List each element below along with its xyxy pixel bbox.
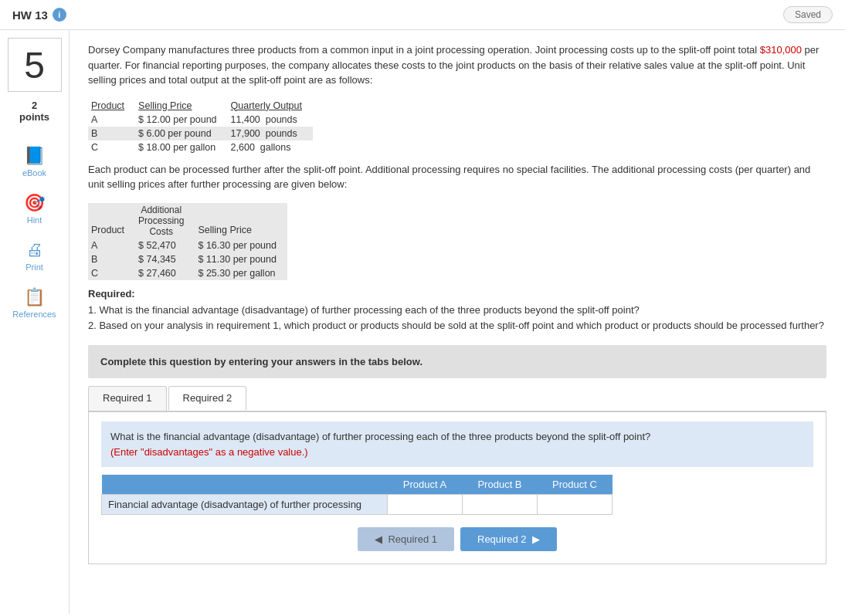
main-layout: 5 2 points 📘 eBook 🎯 Hint 🖨 Print 📋 Refe… [0, 30, 845, 614]
col-product-header: Product [88, 203, 135, 239]
cell: $ 74,345 [135, 252, 195, 266]
info-icon[interactable]: i [53, 8, 66, 22]
print-icon: 🖨 [26, 240, 43, 260]
tab-content: What is the financial advantage (disadva… [88, 412, 826, 564]
hint-icon: 🎯 [24, 193, 45, 213]
prev-button[interactable]: ◀ Required 1 [358, 527, 454, 551]
ebook-icon: 📘 [24, 146, 45, 166]
nav-buttons: ◀ Required 1 Required 2 ▶ [101, 527, 813, 551]
sidebar: 5 2 points 📘 eBook 🎯 Hint 🖨 Print 📋 Refe… [0, 30, 70, 614]
print-label: Print [25, 262, 43, 272]
references-label: References [12, 310, 56, 319]
cell: $ 6.00 per pound [135, 127, 227, 140]
references-icon: 📋 [24, 287, 45, 307]
points-value: 2 [19, 100, 49, 111]
required-text: 1. What is the financial advantage (disa… [88, 303, 826, 335]
answer-table: Product A Product B Product C Financial … [101, 475, 613, 515]
problem-text-1: Dorsey Company manufactures three produc… [88, 42, 826, 88]
required-label: Required: [88, 288, 826, 300]
hw-title: HW 13 i [12, 8, 66, 22]
table-row: A $ 52,470 $ 16.30 per pound [88, 239, 287, 252]
points-text: points [19, 111, 49, 123]
cell: C [88, 266, 135, 280]
tab-required-1[interactable]: Required 1 [88, 386, 167, 411]
cell: $ 52,470 [135, 239, 195, 252]
table-row: C $ 18.00 per gallon 2,600 gallons [88, 140, 313, 154]
hw-title-text: HW 13 [12, 8, 48, 22]
input-cell-c[interactable] [538, 495, 613, 515]
input-product-c[interactable] [544, 499, 606, 510]
cell: A [88, 239, 135, 252]
answer-row: Financial advantage (disadvantage) of fu… [102, 495, 613, 515]
top-bar: HW 13 i Saved [0, 0, 845, 30]
points-label: 2 points [19, 100, 49, 123]
cell: $ 18.00 per gallon [135, 140, 227, 154]
table-1: Product Selling Price Quarterly Output A… [88, 99, 313, 154]
tab-required-2[interactable]: Required 2 [168, 386, 247, 411]
cell: C [88, 140, 135, 154]
col-header-product-c: Product C [538, 475, 613, 495]
cell: $ 16.30 per pound [195, 239, 287, 252]
table-row: A $ 12.00 per pound 11,400 pounds [88, 113, 313, 127]
saved-badge: Saved [783, 6, 833, 23]
col-add-proc-header: AdditionalProcessingCosts [135, 203, 195, 239]
problem-text-2: Each product can be processed further af… [88, 162, 826, 192]
hint-label: Hint [27, 215, 42, 225]
cell: B [88, 252, 135, 266]
content-area: Dorsey Company manufactures three produc… [70, 30, 845, 614]
ebook-label: eBook [22, 168, 46, 178]
input-product-b[interactable] [469, 499, 531, 510]
neg-note: (Enter "disadvantages" as a negative val… [110, 446, 308, 458]
answer-row-label: Financial advantage (disadvantage) of fu… [102, 495, 388, 515]
complete-box: Complete this question by entering your … [88, 345, 826, 378]
cell: $ 25.30 per gallon [195, 266, 287, 280]
cell: $ 12.00 per pound [135, 113, 227, 127]
sidebar-item-hint[interactable]: 🎯 Hint [0, 185, 69, 232]
col-quarterly-output: Quarterly Output [228, 99, 313, 113]
next-button[interactable]: Required 2 ▶ [460, 527, 557, 551]
table-2: Product AdditionalProcessingCosts Sellin… [88, 203, 287, 280]
table-row: B $ 6.00 per pound 17,900 pounds [88, 127, 313, 140]
table-row: B $ 74,345 $ 11.30 per pound [88, 252, 287, 266]
sidebar-item-references[interactable]: 📋 References [0, 279, 69, 327]
col-header-product-b: Product B [463, 475, 538, 495]
tabs-row: Required 1 Required 2 [88, 386, 826, 412]
cell: $ 11.30 per pound [195, 252, 287, 266]
col-selling-price: Selling Price [135, 99, 227, 113]
cell: B [88, 127, 135, 140]
input-product-a[interactable] [394, 499, 456, 510]
cell: A [88, 113, 135, 127]
question-number: 5 [8, 38, 62, 92]
col-header-product-a: Product A [388, 475, 463, 495]
input-cell-b[interactable] [463, 495, 538, 515]
cell: $ 27,460 [135, 266, 195, 280]
cell: 2,600 gallons [228, 140, 313, 154]
table-row: C $ 27,460 $ 25.30 per gallon [88, 266, 287, 280]
col-header-empty [102, 475, 388, 495]
cell: 11,400 pounds [228, 113, 313, 127]
col-product: Product [88, 99, 135, 113]
sidebar-item-ebook[interactable]: 📘 eBook [0, 138, 69, 185]
input-cell-a[interactable] [388, 495, 463, 515]
sidebar-item-print[interactable]: 🖨 Print [0, 232, 69, 279]
col-selling-price-header: Selling Price [195, 203, 287, 239]
req-description: What is the financial advantage (disadva… [101, 421, 813, 467]
cell: 17,900 pounds [228, 127, 313, 140]
